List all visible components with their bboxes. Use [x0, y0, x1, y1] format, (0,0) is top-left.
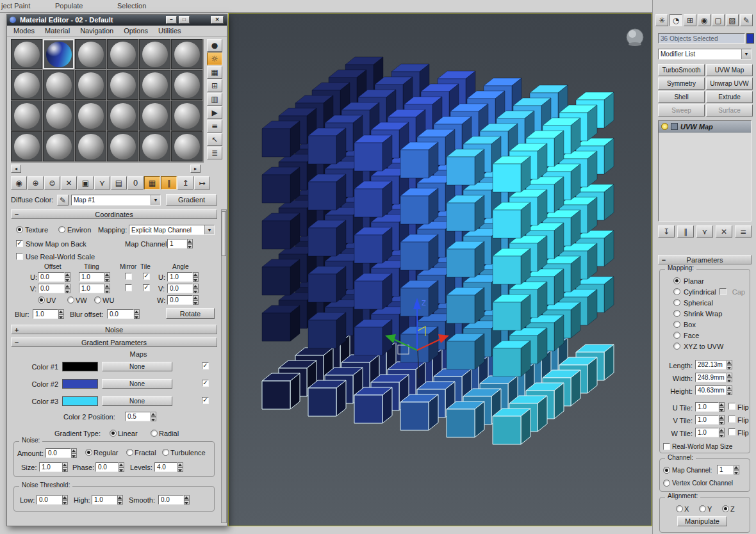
- cube-array[interactable]: [262, 57, 614, 444]
- modifier-stack-item-uvw-map[interactable]: UVW Map: [659, 121, 751, 133]
- map-channel-radio[interactable]: [663, 467, 670, 474]
- blur-field[interactable]: 1.0: [33, 309, 58, 319]
- collapse-indicator[interactable]: −: [12, 339, 22, 346]
- mapping-option-spherical[interactable]: Spherical: [664, 297, 748, 308]
- sample-slot-5[interactable]: [139, 39, 170, 69]
- show-end-result-stack-icon[interactable]: ∥: [677, 225, 694, 238]
- map-channel-spinner[interactable]: [187, 239, 193, 248]
- u-angle-spinner[interactable]: [193, 272, 199, 282]
- material-map-navigator-icon[interactable]: ≣: [207, 147, 222, 159]
- put-material-to-scene-icon[interactable]: ⊕: [28, 176, 44, 190]
- amount-field[interactable]: 0.0: [45, 448, 71, 458]
- sample-type-icon[interactable]: ●: [207, 39, 222, 52]
- chevron-down-icon[interactable]: ▼: [151, 195, 160, 205]
- uv-radio[interactable]: [38, 296, 45, 303]
- menu-modes[interactable]: Modes: [13, 27, 35, 35]
- show-shaded-material-in-viewport-icon[interactable]: ▦: [144, 176, 160, 190]
- menu-options[interactable]: Options: [124, 27, 148, 35]
- height-spinner[interactable]: [727, 385, 732, 395]
- coordinates-rollout-header[interactable]: − Coordinates: [11, 209, 217, 219]
- modifier-list-dropdown[interactable]: Modifier List ▼: [658, 49, 752, 60]
- sample-slot-17[interactable]: [139, 101, 170, 131]
- color2-map-enable-checkbox[interactable]: [202, 380, 209, 387]
- height-field[interactable]: 40.63mm: [695, 385, 727, 395]
- assign-material-to-selection-icon[interactable]: ⊜: [44, 176, 60, 190]
- map-name-dropdown[interactable]: Map #1 ▼: [71, 195, 161, 206]
- u-tiling-field[interactable]: 1.0: [79, 272, 104, 282]
- ribbon-tab-selection[interactable]: Selection: [117, 2, 146, 10]
- u-angle-field[interactable]: 1.0: [167, 272, 193, 282]
- v-angle-field[interactable]: 0.0: [167, 284, 193, 293]
- collapse-indicator[interactable]: −: [12, 211, 22, 218]
- u-tiling-spinner[interactable]: [104, 272, 110, 282]
- scrollbar-thumb[interactable]: [222, 211, 226, 256]
- xyz-to-uvw-radio[interactable]: [673, 343, 680, 350]
- sample-slot-1[interactable]: [11, 39, 42, 69]
- v-tile-field[interactable]: 1.0: [695, 415, 719, 425]
- tab-create[interactable]: ✳: [655, 14, 668, 26]
- size-field[interactable]: 1.0: [39, 462, 62, 472]
- sample-slot-16[interactable]: [107, 101, 138, 131]
- modifier-button-turbosmooth[interactable]: TurboSmooth: [658, 64, 705, 76]
- mapping-dropdown[interactable]: Explicit Map Channel ▼: [129, 225, 215, 235]
- sample-slot-15[interactable]: [75, 101, 106, 131]
- color2-position-field[interactable]: 0.5: [125, 412, 151, 421]
- rotate-button[interactable]: Rotate: [166, 308, 215, 319]
- tab-display[interactable]: ▢: [712, 14, 725, 26]
- parameters-rollout-header[interactable]: − Parameters: [658, 255, 752, 264]
- vertex-color-channel-radio[interactable]: [663, 480, 670, 487]
- shrink-wrap-radio[interactable]: [673, 310, 680, 317]
- w-angle-spinner[interactable]: [193, 295, 199, 305]
- modifier-stack[interactable]: UVW Map: [658, 120, 752, 222]
- viewport[interactable]: Z: [228, 13, 652, 526]
- sample-slot-24[interactable]: [171, 131, 202, 161]
- u-tile-field[interactable]: 1.0: [695, 402, 719, 412]
- pin-stack-icon[interactable]: ↧: [658, 225, 675, 238]
- pencil-icon[interactable]: ✎: [740, 14, 753, 26]
- go-to-parent-icon[interactable]: ↥: [177, 176, 193, 190]
- u-flip-checkbox[interactable]: [728, 403, 735, 410]
- modifier-button-symmetry[interactable]: Symmetry: [658, 77, 705, 90]
- cap-checkbox[interactable]: [719, 288, 727, 295]
- turbulence-radio[interactable]: [162, 449, 169, 456]
- remove-modifier-icon[interactable]: ✕: [716, 225, 732, 238]
- make-unique-icon[interactable]: ⋎: [94, 176, 110, 190]
- align-y-radio[interactable]: [699, 505, 706, 512]
- u-mirror-checkbox[interactable]: [125, 273, 132, 280]
- fractal-radio[interactable]: [126, 449, 133, 456]
- menu-material[interactable]: Material: [45, 27, 70, 35]
- blur-spinner[interactable]: [58, 309, 64, 319]
- sample-slot-13[interactable]: [11, 101, 42, 131]
- planar-radio[interactable]: [673, 277, 680, 284]
- width-field[interactable]: 248.9mm: [695, 373, 727, 382]
- color3-map-button[interactable]: None: [102, 396, 172, 406]
- v-offset-spinner[interactable]: [65, 284, 70, 293]
- high-spinner[interactable]: [117, 495, 123, 505]
- minimize-button[interactable]: −: [166, 16, 177, 24]
- mapping-option-planar[interactable]: Planar: [664, 275, 748, 286]
- gradient-color-swatch[interactable]: [62, 379, 98, 389]
- sample-slot-22[interactable]: [107, 131, 138, 161]
- modifier-button-uvw-map[interactable]: UVW Map: [706, 64, 753, 76]
- low-field[interactable]: 0.0: [37, 495, 62, 505]
- material-editor-scrollbar[interactable]: [221, 209, 227, 523]
- manipulate-button[interactable]: Manipulate: [677, 516, 727, 526]
- sample-slot-20[interactable]: [43, 131, 74, 161]
- color2-position-spinner[interactable]: [151, 412, 156, 421]
- sample-slot-6[interactable]: [171, 39, 202, 69]
- tab-hierarchy[interactable]: ⊞: [684, 14, 696, 26]
- radial-radio[interactable]: [151, 430, 158, 437]
- put-to-library-icon[interactable]: ▤: [111, 176, 127, 190]
- make-material-copy-icon[interactable]: ▣: [78, 176, 94, 190]
- w-tile-spinner[interactable]: [719, 428, 725, 437]
- use-real-world-scale-checkbox[interactable]: [16, 253, 23, 260]
- maximize-button[interactable]: □: [179, 16, 190, 24]
- phase-field[interactable]: 0.0: [95, 462, 119, 472]
- expand-indicator[interactable]: +: [12, 326, 22, 334]
- tab-modify[interactable]: ◔: [670, 14, 682, 26]
- viewport-navigation-gizmo[interactable]: [627, 29, 643, 46]
- box-radio[interactable]: [673, 321, 680, 328]
- v-mirror-checkbox[interactable]: [125, 284, 132, 291]
- tab-utilities[interactable]: ▨: [726, 14, 739, 26]
- sample-slot-18[interactable]: [171, 101, 202, 131]
